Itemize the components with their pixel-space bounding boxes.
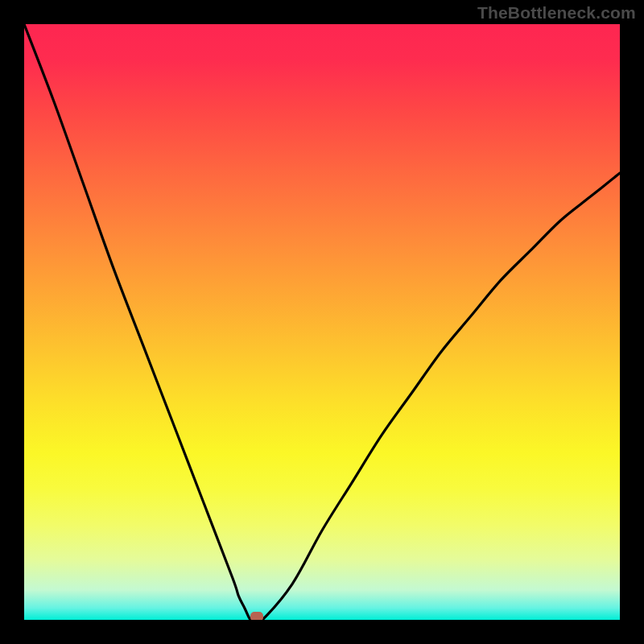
bottleneck-curve — [24, 24, 620, 620]
chart-frame: TheBottleneck.com — [0, 0, 644, 644]
watermark-text: TheBottleneck.com — [477, 3, 636, 23]
minimum-marker — [250, 612, 263, 620]
plot-area — [24, 24, 620, 620]
